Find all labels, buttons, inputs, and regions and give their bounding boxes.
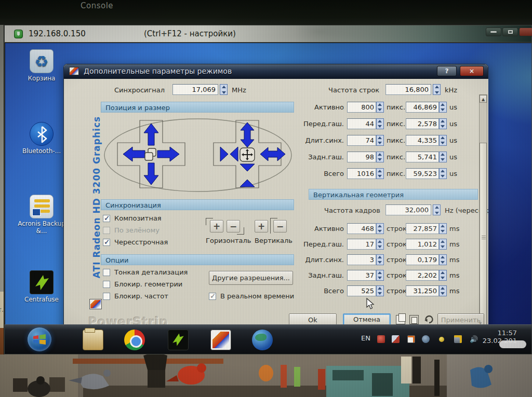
spinner[interactable] (376, 135, 384, 146)
pixel-clock-field[interactable]: 17,069 (172, 84, 218, 95)
time-field[interactable]: 2,202 (406, 270, 439, 281)
desktop-icon-recycle-bin[interactable]: Корзина (17, 49, 66, 82)
checkbox-sync-on-green[interactable] (103, 227, 110, 234)
checkbox-realtime[interactable] (209, 293, 216, 300)
spinner[interactable] (376, 270, 384, 281)
row-label: Задн.гаш. (287, 271, 347, 279)
time-field[interactable]: 31,250 (406, 285, 439, 296)
value-field[interactable]: 44 (347, 118, 376, 129)
spinner[interactable] (376, 168, 384, 179)
field-value: 0,179 (418, 256, 437, 264)
line-frequency-spinner[interactable] (433, 84, 441, 95)
spinner[interactable] (376, 254, 384, 265)
value-field[interactable]: 3 (347, 254, 376, 265)
refresh-rate-field[interactable]: 32,000 (385, 204, 431, 215)
tray-status-dot-icon[interactable] (439, 337, 444, 342)
checkbox-interlaced[interactable] (103, 239, 110, 246)
maximize-button[interactable] (502, 28, 518, 36)
checkbox-lock-geometry[interactable] (103, 281, 110, 288)
other-resolutions-button[interactable]: Другие разрешения... (209, 271, 293, 285)
checkbox-composite[interactable] (103, 215, 110, 222)
tray-app-icon-red[interactable] (377, 335, 385, 343)
help-button[interactable]: ? (437, 66, 457, 76)
taskbar-centrafuse-icon[interactable] (168, 330, 189, 350)
spinner[interactable] (376, 239, 384, 250)
line-frequency-label: Частота строк (328, 86, 379, 94)
spinner[interactable] (439, 239, 447, 250)
tray-volume-icon[interactable]: 🔊 (470, 335, 477, 343)
vertical-plus-button[interactable]: + (255, 220, 268, 232)
copy-icon[interactable] (396, 315, 405, 324)
time-field[interactable]: 46,869 (406, 102, 439, 113)
horizontal-plus-button[interactable]: + (210, 220, 223, 232)
spinner[interactable] (439, 135, 447, 146)
time-field[interactable]: 2,578 (406, 118, 439, 129)
value-field[interactable]: 74 (347, 135, 376, 146)
taskbar-powerstrip-icon[interactable] (210, 330, 231, 350)
time-field[interactable]: 1,012 (406, 239, 439, 250)
spinner[interactable] (376, 118, 384, 129)
hgeo-row-active: Активно 800 пикс. 46,869 us (287, 101, 479, 113)
taskbar-explorer-icon[interactable] (83, 330, 103, 350)
pixel-clock-spinner[interactable] (220, 84, 228, 95)
spinner[interactable] (439, 223, 447, 234)
move-left-arrow (123, 147, 145, 161)
value-field[interactable]: 525 (347, 285, 376, 296)
vertical-minus-button[interactable]: − (273, 220, 287, 232)
start-button[interactable] (28, 327, 51, 351)
position-size-graphic[interactable] (102, 116, 294, 194)
redo-icon[interactable] (424, 314, 434, 325)
value-field[interactable]: 468 (347, 223, 376, 234)
scroll-up-icon[interactable]: ▲ (480, 95, 487, 103)
minimize-button[interactable] (486, 28, 501, 36)
taskbar-browser-globe-icon[interactable] (252, 330, 273, 350)
spinner[interactable] (439, 168, 447, 179)
value-field[interactable]: 800 (347, 102, 376, 113)
scrollbar-thumb[interactable] (480, 143, 487, 331)
spinner[interactable] (439, 118, 447, 129)
hgeo-row-total: Всего 1016 пикс. 59,523 us (287, 167, 479, 180)
taskbar-chrome-icon[interactable] (124, 330, 145, 350)
spinner[interactable] (376, 223, 384, 234)
desktop-icon-bluetooth[interactable]: Bluetooth-... (17, 122, 66, 155)
row-label: Перед.гаш. (287, 120, 347, 128)
time-field[interactable]: 59,523 (406, 168, 439, 179)
language-indicator[interactable]: EN (361, 334, 370, 342)
spinner[interactable] (376, 285, 384, 296)
value-field[interactable]: 17 (347, 239, 376, 250)
remote-window-titlebar[interactable]: 192.168.0.150 (Ctrl+F12 - настройки) (5, 25, 531, 43)
refresh-rate-spinner[interactable] (433, 204, 441, 215)
desktop-icon-centrafuse[interactable]: Centrafuse (17, 270, 66, 303)
spinner[interactable] (376, 152, 384, 162)
dialog-close-button[interactable]: × (460, 66, 484, 76)
spinner[interactable] (439, 254, 447, 265)
field-value: 4,335 (418, 136, 437, 144)
time-field[interactable]: 27,857 (406, 223, 439, 234)
tray-powerstrip-icon[interactable] (407, 335, 415, 343)
tray-app-icon-red-blue[interactable] (392, 335, 400, 343)
checkbox-fine-detail[interactable] (103, 269, 110, 276)
spinner[interactable] (439, 285, 447, 296)
spinner[interactable] (439, 270, 447, 281)
paste-icon[interactable] (409, 315, 419, 324)
close-button[interactable] (519, 28, 532, 36)
time-field[interactable]: 5,741 (406, 152, 439, 162)
spinner[interactable] (439, 102, 447, 113)
time-field[interactable]: 4,335 (406, 135, 439, 146)
vertical-scrollbar[interactable]: ▲ ▼ (479, 94, 487, 343)
value-field[interactable]: 1016 (347, 168, 376, 179)
value-field[interactable]: 98 (347, 152, 376, 162)
field-value: 16,800 (405, 86, 429, 93)
spinner[interactable] (439, 152, 447, 162)
time-field[interactable]: 0,179 (406, 254, 439, 265)
spinner[interactable] (376, 102, 384, 113)
value-field[interactable]: 37 (347, 270, 376, 281)
tray-network-warning-icon[interactable] (454, 335, 462, 343)
desktop-icon-acronis[interactable]: Acronis Backup &... (17, 195, 66, 235)
dialog-titlebar[interactable]: Дополнительные параметры режимов ? × (64, 64, 488, 79)
line-frequency-field[interactable]: 16,800 (385, 84, 431, 95)
field-value: 32,000 (405, 206, 429, 214)
tray-bluetooth-icon[interactable] (422, 335, 430, 343)
refresh-rate-label: Частота кадров (324, 207, 380, 214)
checkbox-lock-frequencies[interactable] (103, 293, 110, 300)
